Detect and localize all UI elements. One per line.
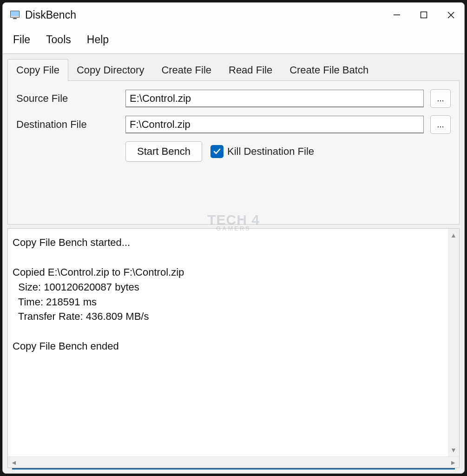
svg-rect-1 <box>11 11 19 16</box>
copy-file-panel: Source File ... Destination File ... Sta… <box>7 80 460 225</box>
vertical-scrollbar[interactable]: ▲ ▼ <box>448 229 459 456</box>
horizontal-scrollbar[interactable]: ◄ ► <box>8 456 459 468</box>
accent-bar <box>12 468 455 469</box>
scroll-right-icon: ► <box>450 459 456 466</box>
tab-copy-directory[interactable]: Copy Directory <box>68 59 153 81</box>
destination-file-input[interactable] <box>125 116 424 133</box>
tab-read-file[interactable]: Read File <box>220 59 281 81</box>
output-panel: Copy File Bench started... Copied E:\Con… <box>7 228 460 468</box>
menu-tools[interactable]: Tools <box>46 33 71 46</box>
scroll-up-icon: ▲ <box>450 231 457 239</box>
close-button[interactable] <box>437 3 464 27</box>
menubar: File Tools Help <box>3 27 464 54</box>
destination-file-label: Destination File <box>16 119 125 131</box>
browse-source-button[interactable]: ... <box>430 89 451 108</box>
kill-destination-checkbox[interactable] <box>210 145 224 158</box>
svg-rect-2 <box>11 16 19 17</box>
menu-help[interactable]: Help <box>87 33 109 46</box>
app-title: DiskBench <box>25 9 76 21</box>
tab-create-file-batch[interactable]: Create File Batch <box>281 59 377 81</box>
scroll-left-icon: ◄ <box>11 459 17 466</box>
app-icon <box>9 9 20 20</box>
tab-strip: Copy File Copy Directory Create File Rea… <box>7 59 460 80</box>
maximize-button[interactable] <box>410 3 437 27</box>
output-text[interactable]: Copy File Bench started... Copied E:\Con… <box>8 229 448 456</box>
content-area: Copy File Copy Directory Create File Rea… <box>3 54 464 473</box>
tab-copy-file[interactable]: Copy File <box>7 59 68 81</box>
source-file-input[interactable] <box>125 90 424 107</box>
source-file-label: Source File <box>16 93 125 105</box>
start-bench-button[interactable]: Start Bench <box>125 141 202 162</box>
tab-create-file[interactable]: Create File <box>152 59 220 81</box>
menu-file[interactable]: File <box>13 33 30 46</box>
scroll-down-icon: ▼ <box>450 446 457 454</box>
svg-rect-3 <box>13 18 17 19</box>
minimize-button[interactable] <box>383 3 410 27</box>
titlebar: DiskBench <box>3 3 464 27</box>
app-window: DiskBench File Tools Help Copy File Copy… <box>2 2 465 474</box>
svg-rect-5 <box>421 12 427 18</box>
browse-destination-button[interactable]: ... <box>430 115 451 134</box>
kill-destination-label: Kill Destination File <box>227 145 314 158</box>
